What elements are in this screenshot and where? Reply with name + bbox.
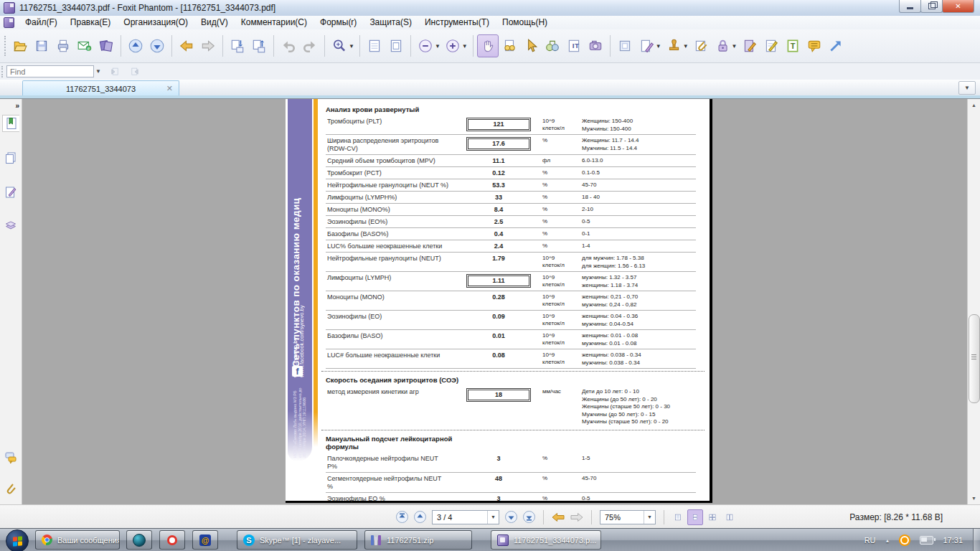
pages-panel-button[interactable] bbox=[2, 149, 19, 166]
foxit-menu-icon[interactable] bbox=[4, 17, 14, 28]
previous-page-button[interactable] bbox=[413, 510, 427, 524]
open-file-button[interactable] bbox=[9, 34, 31, 57]
taskbar-mail-button[interactable]: @ bbox=[192, 530, 218, 550]
last-page-button[interactable] bbox=[522, 510, 536, 524]
stamp-caret[interactable]: ▼ bbox=[683, 43, 689, 50]
next-view-button-status[interactable] bbox=[570, 512, 584, 523]
start-button[interactable] bbox=[6, 529, 29, 551]
find-options-caret[interactable]: ▼ bbox=[95, 68, 101, 75]
scroll-up-icon[interactable]: ▲ bbox=[969, 100, 979, 110]
tab-list-dropdown[interactable]: ▼ bbox=[958, 81, 976, 95]
taskbar-winrar-button[interactable]: 11762751.zip bbox=[364, 530, 472, 550]
comment-bubble-button[interactable] bbox=[804, 34, 825, 57]
next-page-button[interactable] bbox=[504, 510, 518, 524]
menu-item[interactable]: Инструменты(T) bbox=[418, 16, 496, 29]
textbox-button[interactable]: T bbox=[782, 34, 804, 57]
extract-pages-button[interactable] bbox=[248, 34, 270, 57]
vertical-scrollbar[interactable]: ▲ ▼ bbox=[967, 99, 980, 504]
stamp-button[interactable] bbox=[663, 34, 684, 57]
document-canvas[interactable]: Сеть пунктов по оказанию медиц www.synev… bbox=[22, 99, 967, 504]
minimize-button[interactable] bbox=[899, 0, 921, 13]
zoom-level-combo[interactable]: 75% ▼ bbox=[600, 510, 656, 524]
find-previous-button[interactable] bbox=[105, 65, 124, 78]
zoom-tool-button[interactable] bbox=[329, 34, 350, 57]
scrollbar-thumb[interactable] bbox=[969, 314, 980, 403]
tab-close-icon[interactable]: ✕ bbox=[166, 83, 173, 93]
page-combo-caret[interactable]: ▼ bbox=[487, 511, 499, 524]
print-button[interactable] bbox=[52, 34, 74, 57]
snapshot-camera-button[interactable] bbox=[585, 34, 606, 57]
single-page-layout-button[interactable] bbox=[670, 509, 686, 525]
fit-page-button[interactable] bbox=[385, 34, 407, 57]
first-page-button[interactable] bbox=[395, 510, 409, 524]
taskbar-opera-button[interactable] bbox=[159, 530, 185, 550]
note-comment-button[interactable] bbox=[636, 34, 657, 57]
hand-tool-button[interactable] bbox=[477, 34, 499, 57]
save-button[interactable] bbox=[31, 34, 52, 57]
next-view-button[interactable] bbox=[197, 34, 219, 57]
power-icon[interactable] bbox=[920, 536, 933, 545]
previous-view-button-status[interactable] bbox=[551, 512, 565, 523]
lock-caret[interactable]: ▼ bbox=[732, 43, 738, 50]
reader-mode-button[interactable] bbox=[499, 34, 520, 57]
bookmarks-panel-button[interactable] bbox=[2, 115, 19, 132]
page-number-combo[interactable]: 3 / 4 ▼ bbox=[432, 510, 499, 524]
continuous-facing-layout-button[interactable] bbox=[722, 509, 738, 525]
zoom-in-caret[interactable]: ▼ bbox=[462, 43, 468, 50]
continuous-layout-button[interactable] bbox=[687, 509, 703, 525]
taskbar-app-button-1[interactable] bbox=[126, 530, 152, 550]
select-annotation-button[interactable] bbox=[520, 34, 542, 57]
fit-width-button[interactable] bbox=[364, 34, 385, 57]
insert-pages-button[interactable] bbox=[227, 34, 248, 57]
language-indicator[interactable]: RU bbox=[864, 536, 876, 545]
lock-security-button[interactable] bbox=[712, 34, 733, 57]
menu-item[interactable]: Файл(F) bbox=[19, 16, 64, 29]
find-input[interactable] bbox=[6, 65, 94, 77]
clock[interactable]: 17:31 bbox=[943, 536, 963, 545]
menu-item[interactable]: Защита(S) bbox=[363, 16, 418, 29]
comments-panel-button[interactable] bbox=[2, 449, 19, 466]
layers-panel-button[interactable] bbox=[2, 217, 19, 234]
area-select-button[interactable] bbox=[614, 34, 636, 57]
menu-item[interactable]: Организация(О) bbox=[117, 16, 194, 29]
zoom-combo-caret[interactable]: ▼ bbox=[644, 511, 655, 524]
signature-panel-button[interactable] bbox=[2, 184, 19, 201]
attachments-panel-button[interactable] bbox=[2, 481, 19, 498]
zoom-out-caret[interactable]: ▼ bbox=[435, 43, 440, 50]
tray-app-icon[interactable] bbox=[899, 534, 910, 546]
edit-document-button[interactable] bbox=[739, 34, 760, 57]
document-tab[interactable]: 11762751_3344073 ✕ bbox=[22, 80, 179, 96]
note-caret[interactable]: ▼ bbox=[656, 43, 661, 50]
find-next-button[interactable] bbox=[126, 65, 144, 78]
close-button[interactable]: ✕ bbox=[942, 0, 974, 13]
select-text-button[interactable]: IT bbox=[563, 34, 585, 57]
page-up-button[interactable] bbox=[125, 34, 146, 57]
menu-item[interactable]: Помощь(H) bbox=[496, 16, 554, 29]
expand-panels-icon[interactable]: » bbox=[15, 102, 19, 110]
undo-button[interactable] bbox=[278, 34, 299, 57]
taskbar-skype-button[interactable]: S Skype™ [1] - zlayave... bbox=[237, 530, 357, 550]
redo-button[interactable] bbox=[299, 34, 321, 57]
scroll-down-icon[interactable]: ▼ bbox=[969, 493, 979, 504]
email-button[interactable]: e bbox=[74, 34, 95, 57]
show-desktop-button[interactable] bbox=[973, 529, 980, 551]
restore-button[interactable] bbox=[920, 0, 943, 13]
organize-button[interactable] bbox=[95, 34, 117, 57]
menu-item[interactable]: Вид(V) bbox=[194, 16, 235, 29]
hidden-icons-chevron[interactable]: ▲ bbox=[885, 538, 890, 543]
share-arrow-button[interactable] bbox=[825, 34, 847, 57]
menu-item[interactable]: Формы(r) bbox=[314, 16, 363, 29]
facing-layout-button[interactable] bbox=[705, 509, 720, 525]
taskbar-foxit-button[interactable]: 11762751_3344073.p... bbox=[491, 530, 601, 550]
zoom-in-button[interactable] bbox=[442, 34, 463, 57]
menu-item[interactable]: Комментарии(C) bbox=[235, 16, 314, 29]
menu-item[interactable]: Правка(E) bbox=[64, 16, 118, 29]
previous-view-button[interactable] bbox=[176, 34, 197, 57]
search-binoculars-button[interactable] bbox=[542, 34, 563, 57]
zoom-out-button[interactable] bbox=[415, 34, 436, 57]
attach-file-button[interactable] bbox=[690, 34, 712, 57]
zoom-tool-caret[interactable]: ▼ bbox=[349, 43, 354, 50]
taskbar-chrome-button[interactable]: Ваши сообщения - ... bbox=[35, 530, 120, 550]
edit-form-button[interactable] bbox=[760, 34, 782, 57]
page-down-button[interactable] bbox=[146, 34, 168, 57]
